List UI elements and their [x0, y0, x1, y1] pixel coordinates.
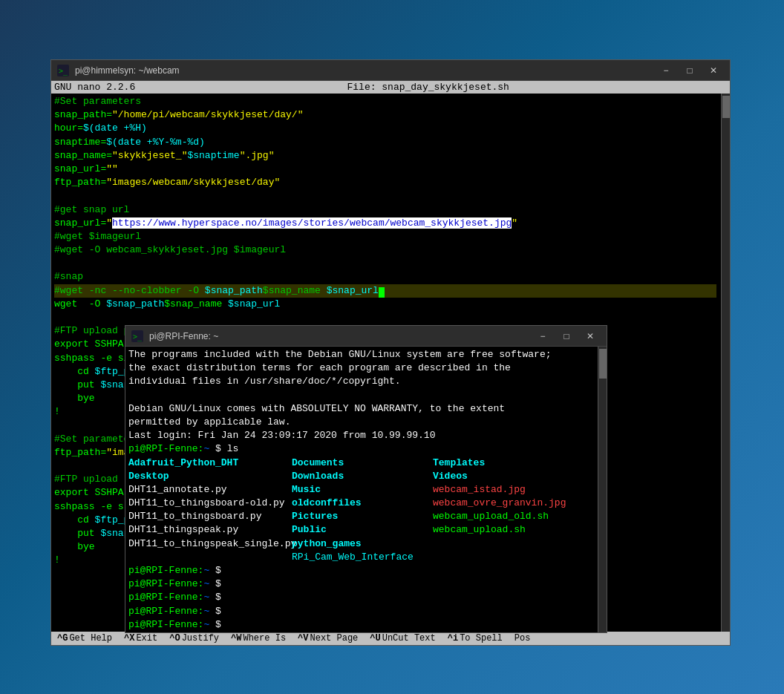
key-get-help: ^G: [57, 633, 68, 644]
ls-templates: Templates: [433, 456, 581, 470]
label-uncut: UnCut Text: [382, 633, 436, 644]
nano-header-right: [721, 82, 727, 93]
debian-line-2: the exact distribution terms for each pr…: [128, 361, 604, 375]
nano-header: GNU nano 2.2.6 File: snap_day_skykkjeset…: [51, 81, 730, 94]
ls-webcam-istad: webcam_istad.jpg: [433, 483, 581, 497]
nano-title: pi@himmelsyn: ~/webcam: [75, 65, 656, 76]
key-next-page: ^V: [298, 633, 308, 644]
ls-webcam-upload-old: webcam_upload_old.sh: [433, 510, 581, 523]
terminal-icon: >_: [57, 65, 69, 76]
nano-scrollbar-thumb: [722, 96, 730, 118]
label-get-help: Get Help: [69, 633, 112, 644]
line-12: #wget -O webcam_skykkjeset.jpg $imageurl: [54, 243, 716, 257]
ls-dht11-single: DHT11_to_thingspeak_single.py: [128, 537, 292, 551]
line-13: [54, 257, 716, 270]
line-8: [54, 189, 716, 203]
prompt-1: pi@RPI-Fenne:~ $: [128, 564, 604, 577]
footer-justify: ^O Justify: [163, 632, 225, 645]
line-7: ftp_path="images/webcam/skykkjeset/day": [54, 176, 716, 189]
ls-dht11-thingspeak: DHT11_thingspeak.py: [128, 523, 292, 537]
line-15: #wget -nc --no-clobber -O $snap_path$sna…: [54, 284, 716, 298]
footer-pos: Pos: [509, 632, 537, 645]
footer-exit: ^X Exit: [118, 632, 163, 645]
ssh-title: pi@RPI-Fenne: ~: [149, 331, 532, 341]
line-10: snap_url="https://www.hyperspace.no/imag…: [54, 217, 716, 230]
footer-uncut: ^U UnCut Text: [364, 632, 441, 645]
line-17: [54, 311, 716, 324]
debian-line-5: permitted by applicable law.: [128, 416, 604, 429]
label-exit: Exit: [136, 633, 157, 644]
key-justify: ^O: [169, 633, 180, 644]
ls-webcam-ovre: webcam_ovre_granvin.jpg: [433, 497, 581, 510]
line-14: #snap: [54, 270, 716, 284]
nano-window-controls: − □ ✕: [656, 62, 724, 79]
ls-music: Music: [292, 483, 433, 497]
ls-empty-2: [128, 551, 292, 564]
ssh-window-controls: − □ ✕: [532, 328, 601, 344]
key-uncut: ^U: [370, 633, 380, 644]
ls-downloads: Downloads: [292, 470, 433, 483]
prompt-5: pi@RPI-Fenne:~ $: [128, 618, 604, 632]
ls-dht11-thingsboard: DHT11_to_thingsboard.py: [128, 510, 292, 523]
footer-next-page: ^V Next Page: [292, 632, 364, 645]
ssh-terminal-icon: >_: [131, 330, 143, 342]
close-button[interactable]: ✕: [703, 62, 724, 79]
ls-pictures: Pictures: [292, 510, 433, 523]
debian-line-4: Debian GNU/Linux comes with ABSOLUTELY N…: [128, 402, 604, 416]
ssh-close-button[interactable]: ✕: [580, 328, 601, 344]
ssh-scrollbar[interactable]: [598, 347, 607, 632]
debian-line-3: individual files in /usr/share/doc/*/cop…: [128, 375, 604, 388]
label-justify: Justify: [182, 633, 219, 644]
nano-scrollbar[interactable]: [721, 94, 730, 632]
nano-footer: ^G Get Help ^X Exit ^O Justify ^W Where …: [51, 632, 730, 645]
prompt-2: pi@RPI-Fenne:~ $: [128, 577, 604, 591]
line-1: #Set parameters: [54, 95, 716, 108]
minimize-button[interactable]: −: [656, 62, 676, 79]
prompt-6: pi@RPI-Fenne:~ $: [128, 632, 604, 632]
ls-videos: Videos: [433, 470, 581, 483]
debian-line-1: The programs included with the Debian GN…: [128, 348, 604, 361]
ls-public: Public: [292, 523, 433, 537]
ls-rpicam: RPi_Cam_Web_Interface: [292, 551, 433, 564]
line-11: #wget $imageurl: [54, 230, 716, 243]
ls-adafruit: Adafruit_Python_DHT: [128, 456, 292, 470]
key-exit: ^X: [124, 633, 134, 644]
label-pos: Pos: [514, 633, 531, 644]
line-9: #get snap url: [54, 203, 716, 217]
label-where-is: Where Is: [243, 633, 286, 644]
line-2: snap_path="/home/pi/webcam/skykkjeset/da…: [54, 108, 716, 122]
ssh-body[interactable]: The programs included with the Debian GN…: [125, 347, 607, 632]
footer-spell: ^i To Spell: [442, 632, 509, 645]
ssh-minimize-button[interactable]: −: [532, 328, 553, 344]
line-3: hour=$(date +%H): [54, 122, 716, 135]
label-next-page: Next Page: [310, 633, 358, 644]
prompt-3: pi@RPI-Fenne:~ $: [128, 591, 604, 604]
key-spell: ^i: [448, 633, 458, 644]
debian-blank-1: [128, 389, 604, 402]
ls-dht11-old: DHT11_to_thingsboard-old.py: [128, 497, 292, 510]
svg-text:>_: >_: [59, 67, 68, 76]
ls-desktop: Desktop: [128, 470, 292, 483]
ls-dht11-annotate: DHT11_annotate.py: [128, 483, 292, 497]
ls-documents: Documents: [292, 456, 433, 470]
ssh-restore-button[interactable]: □: [556, 328, 577, 344]
nano-version: GNU nano 2.2.6: [54, 82, 135, 93]
ls-oldconffiles: oldconffiles: [292, 497, 433, 510]
maximize-button[interactable]: □: [679, 62, 700, 79]
label-spell: To Spell: [460, 633, 503, 644]
footer-where-is: ^W Where Is: [225, 632, 292, 645]
key-where-is: ^W: [231, 633, 241, 644]
ls-empty-3: [433, 551, 581, 564]
svg-text:>_: >_: [133, 333, 143, 341]
ssh-titlebar: >_ pi@RPI-Fenne: ~ − □ ✕: [125, 326, 607, 347]
line-16: wget -O $snap_path$snap_name $snap_url: [54, 298, 716, 311]
line-6: snap_url="": [54, 163, 716, 176]
ls-empty-1: [433, 537, 581, 551]
ssh-scrollbar-thumb: [599, 349, 607, 379]
prompt-4: pi@RPI-Fenne:~ $: [128, 605, 604, 618]
ls-python-games: python_games: [292, 537, 433, 551]
debian-login: Last login: Fri Jan 24 23:09:17 2020 fro…: [128, 429, 604, 442]
ssh-window[interactable]: >_ pi@RPI-Fenne: ~ − □ ✕ The programs in…: [125, 325, 607, 633]
ls-output: Adafruit_Python_DHT Documents Templates …: [128, 456, 604, 565]
nano-titlebar: >_ pi@himmelsyn: ~/webcam − □ ✕: [51, 60, 730, 81]
